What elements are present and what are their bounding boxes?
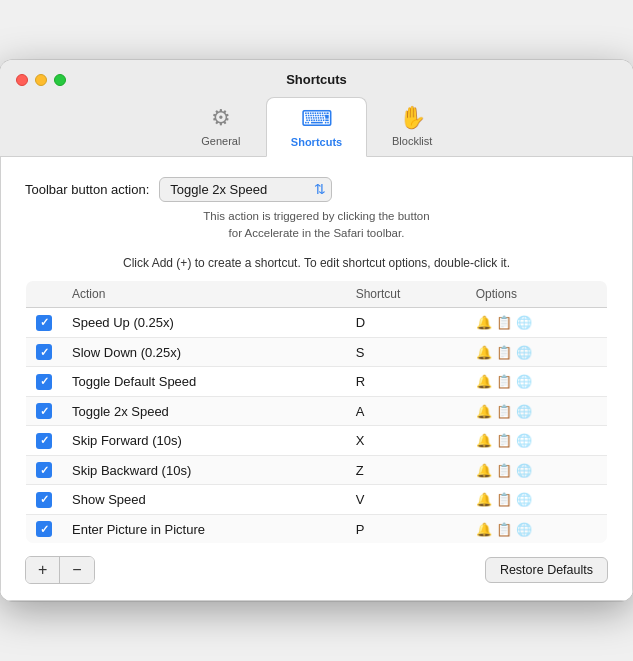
document-icon[interactable]: 📋 <box>496 374 512 389</box>
col-header-options: Options <box>466 281 608 308</box>
notification-icon[interactable]: 🔔 <box>476 492 492 507</box>
toolbar-action-select-wrapper: Toggle 2x Speed Speed Up (0.25x) Slow Do… <box>159 177 332 202</box>
document-icon[interactable]: 📋 <box>496 345 512 360</box>
checkbox-cell[interactable] <box>26 367 63 397</box>
add-shortcut-button[interactable]: + <box>26 557 60 583</box>
notification-icon[interactable]: 🔔 <box>476 522 492 537</box>
add-remove-buttons: + − <box>25 556 95 584</box>
notification-icon[interactable]: 🔔 <box>476 315 492 330</box>
globe-icon[interactable]: 🌐 <box>516 522 532 537</box>
globe-icon[interactable]: 🌐 <box>516 463 532 478</box>
toolbar-action-select[interactable]: Toggle 2x Speed Speed Up (0.25x) Slow Do… <box>159 177 332 202</box>
document-icon[interactable]: 📋 <box>496 492 512 507</box>
table-header-row: Action Shortcut Options <box>26 281 608 308</box>
checkbox-checked[interactable] <box>36 403 52 419</box>
checkbox-checked[interactable] <box>36 315 52 331</box>
help-text: This action is triggered by clicking the… <box>25 208 608 243</box>
document-icon[interactable]: 📋 <box>496 404 512 419</box>
document-icon[interactable]: 📋 <box>496 522 512 537</box>
globe-icon[interactable]: 🌐 <box>516 404 532 419</box>
table-row[interactable]: Slow Down (0.25x)S🔔📋🌐 <box>26 337 608 367</box>
notification-icon[interactable]: 🔔 <box>476 404 492 419</box>
shortcut-cell: P <box>346 514 466 544</box>
options-cell: 🔔📋🌐 <box>466 485 608 515</box>
notification-icon[interactable]: 🔔 <box>476 433 492 448</box>
globe-icon[interactable]: 🌐 <box>516 315 532 330</box>
action-cell: Skip Forward (10s) <box>62 426 346 456</box>
options-cell: 🔔📋🌐 <box>466 367 608 397</box>
options-cell: 🔔📋🌐 <box>466 396 608 426</box>
toolbar-action-row: Toolbar button action: Toggle 2x Speed S… <box>25 177 608 202</box>
options-cell: 🔔📋🌐 <box>466 337 608 367</box>
blocklist-icon: ✋ <box>399 105 426 131</box>
titlebar: Shortcuts ⚙ General ⌨ Shortcuts ✋ Blockl… <box>0 60 633 157</box>
checkbox-cell[interactable] <box>26 426 63 456</box>
shortcut-cell: R <box>346 367 466 397</box>
tab-shortcuts-label: Shortcuts <box>291 136 342 148</box>
notification-icon[interactable]: 🔔 <box>476 345 492 360</box>
tab-general[interactable]: ⚙ General <box>176 97 266 156</box>
maximize-button[interactable] <box>54 74 66 86</box>
document-icon[interactable]: 📋 <box>496 463 512 478</box>
tab-blocklist[interactable]: ✋ Blocklist <box>367 97 457 156</box>
main-content: Toolbar button action: Toggle 2x Speed S… <box>0 157 633 602</box>
shortcuts-table: Action Shortcut Options Speed Up (0.25x)… <box>25 280 608 544</box>
checkbox-checked[interactable] <box>36 492 52 508</box>
action-cell: Enter Picture in Picture <box>62 514 346 544</box>
checkbox-checked[interactable] <box>36 374 52 390</box>
shortcuts-icon: ⌨ <box>301 106 333 132</box>
globe-icon[interactable]: 🌐 <box>516 433 532 448</box>
checkbox-checked[interactable] <box>36 433 52 449</box>
action-cell: Show Speed <box>62 485 346 515</box>
tab-general-label: General <box>201 135 240 147</box>
col-header-shortcut: Shortcut <box>346 281 466 308</box>
tab-shortcuts[interactable]: ⌨ Shortcuts <box>266 97 367 157</box>
restore-defaults-button[interactable]: Restore Defaults <box>485 557 608 583</box>
window-title: Shortcuts <box>286 72 347 87</box>
table-row[interactable]: Skip Forward (10s)X🔔📋🌐 <box>26 426 608 456</box>
notification-icon[interactable]: 🔔 <box>476 463 492 478</box>
checkbox-cell[interactable] <box>26 396 63 426</box>
table-row[interactable]: Enter Picture in PictureP🔔📋🌐 <box>26 514 608 544</box>
general-icon: ⚙ <box>211 105 231 131</box>
action-cell: Toggle Default Speed <box>62 367 346 397</box>
checkbox-checked[interactable] <box>36 462 52 478</box>
action-cell: Toggle 2x Speed <box>62 396 346 426</box>
tab-bar: ⚙ General ⌨ Shortcuts ✋ Blocklist <box>176 97 457 156</box>
shortcut-cell: Z <box>346 455 466 485</box>
notification-icon[interactable]: 🔔 <box>476 374 492 389</box>
checkbox-cell[interactable] <box>26 514 63 544</box>
action-cell: Speed Up (0.25x) <box>62 308 346 338</box>
remove-shortcut-button[interactable]: − <box>60 557 93 583</box>
checkbox-cell[interactable] <box>26 337 63 367</box>
footer: + − Restore Defaults <box>25 556 608 584</box>
checkbox-cell[interactable] <box>26 308 63 338</box>
checkbox-checked[interactable] <box>36 521 52 537</box>
globe-icon[interactable]: 🌐 <box>516 492 532 507</box>
table-row[interactable]: Toggle 2x SpeedA🔔📋🌐 <box>26 396 608 426</box>
globe-icon[interactable]: 🌐 <box>516 374 532 389</box>
checkbox-cell[interactable] <box>26 485 63 515</box>
checkbox-cell[interactable] <box>26 455 63 485</box>
col-header-checkbox <box>26 281 63 308</box>
document-icon[interactable]: 📋 <box>496 315 512 330</box>
shortcut-cell: D <box>346 308 466 338</box>
checkbox-checked[interactable] <box>36 344 52 360</box>
close-button[interactable] <box>16 74 28 86</box>
table-row[interactable]: Skip Backward (10s)Z🔔📋🌐 <box>26 455 608 485</box>
table-row[interactable]: Speed Up (0.25x)D🔔📋🌐 <box>26 308 608 338</box>
document-icon[interactable]: 📋 <box>496 433 512 448</box>
globe-icon[interactable]: 🌐 <box>516 345 532 360</box>
shortcut-cell: S <box>346 337 466 367</box>
options-cell: 🔔📋🌐 <box>466 308 608 338</box>
minimize-button[interactable] <box>35 74 47 86</box>
shortcut-cell: X <box>346 426 466 456</box>
options-cell: 🔔📋🌐 <box>466 426 608 456</box>
action-cell: Skip Backward (10s) <box>62 455 346 485</box>
traffic-lights <box>16 74 66 86</box>
table-row[interactable]: Toggle Default SpeedR🔔📋🌐 <box>26 367 608 397</box>
table-row[interactable]: Show SpeedV🔔📋🌐 <box>26 485 608 515</box>
col-header-action: Action <box>62 281 346 308</box>
tab-blocklist-label: Blocklist <box>392 135 432 147</box>
options-cell: 🔔📋🌐 <box>466 455 608 485</box>
